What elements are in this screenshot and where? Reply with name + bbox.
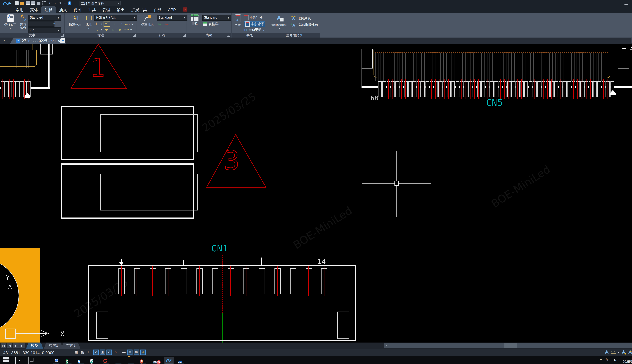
find-icon[interactable]: ⌕ xyxy=(53,21,55,26)
last-layout-icon[interactable]: ▶| xyxy=(19,343,25,348)
dim-slant-icon[interactable]: ⟿ xyxy=(123,27,129,32)
pen-icon[interactable]: ✎ xyxy=(605,358,608,362)
mtext-button[interactable]: 多行文字 ▼ xyxy=(2,14,18,30)
text-find-field[interactable] xyxy=(28,21,54,27)
text-style-combo[interactable]: Standard▼ xyxy=(28,15,61,21)
add-delete-scale-button[interactable]: + 添加/删除比例 xyxy=(290,22,318,28)
first-layout-icon[interactable]: |◀ xyxy=(1,343,6,348)
tab-kuozhan[interactable]: 扩展工具 xyxy=(128,6,150,13)
dim-update-icon[interactable]: ↔₂ xyxy=(124,22,130,26)
boe-chat-icon[interactable]: BOE99 xyxy=(153,357,159,363)
drawing-canvas[interactable]: 2025/03/25 BOE-MiniLed BOE-MiniLed 2025/… xyxy=(0,44,632,342)
doc-list-dropdown-icon[interactable]: ▼ xyxy=(3,39,5,42)
doc-tab-scroll-left-icon[interactable]: ◁ xyxy=(630,38,632,43)
panel-leader-launcher-icon[interactable] xyxy=(183,34,186,37)
horizontal-scrollbar[interactable]: ‹ › xyxy=(384,343,632,348)
tab-shiti[interactable]: 实体 xyxy=(27,6,41,13)
auto-add-scale-icon[interactable]: ⊕ xyxy=(134,350,139,355)
panel-text-launcher-icon[interactable] xyxy=(61,34,64,37)
windows-start-icon[interactable] xyxy=(3,357,9,363)
remove-leader-icon[interactable]: ⮑ₓ xyxy=(164,22,170,26)
dim-adjust-icon[interactable]: ⇻ xyxy=(117,27,122,32)
update-field-button[interactable]: 更新字段 xyxy=(244,15,263,20)
annotation-sync-icon[interactable]: ↺ xyxy=(140,350,146,355)
dim-center-icon[interactable]: ⊙ xyxy=(111,22,117,26)
add-leader-icon[interactable]: ⮑₊ xyxy=(158,22,164,26)
excel-icon[interactable]: X xyxy=(66,357,72,363)
dim-space-icon[interactable]: ⇹ xyxy=(104,27,109,32)
annotation-visibility-bulb-icon[interactable] xyxy=(621,350,626,354)
table-export-button[interactable]: 表格导出 xyxy=(202,22,222,27)
task-view-icon[interactable] xyxy=(28,357,34,363)
redo-icon[interactable]: ↷ xyxy=(58,1,62,5)
tab-zaixian[interactable]: 在线 xyxy=(150,6,165,13)
spellcheck-button[interactable]: A✓ 拼写 检查 xyxy=(19,14,27,30)
dim-break-icon[interactable]: ⇸ xyxy=(110,27,116,32)
linear-dimension-button[interactable]: |↔| 线性 ▼ xyxy=(84,14,93,30)
language-indicator[interactable]: ENG xyxy=(612,358,619,362)
powerpoint-icon[interactable]: P xyxy=(140,357,146,363)
workspace-selector[interactable]: 二维草图与注释 ▼ xyxy=(79,1,121,6)
grid-toggle-icon[interactable]: ▦ xyxy=(74,350,79,355)
tab-changyong[interactable]: 常用 xyxy=(12,6,27,13)
layout-tab-layout1[interactable]: 布局1 xyxy=(44,342,63,349)
tab-charu[interactable]: 插入 xyxy=(56,6,70,13)
drawing-minimize-icon[interactable] xyxy=(622,48,626,49)
tab-app[interactable]: APP+ xyxy=(165,6,182,13)
ortho-toggle-icon[interactable]: ∟ xyxy=(87,350,92,355)
preview-icon[interactable] xyxy=(42,1,46,5)
tab-shuchu[interactable]: 输出 xyxy=(114,6,128,13)
print-icon[interactable] xyxy=(37,2,40,5)
boe-app-icon[interactable]: BOE xyxy=(178,357,184,363)
new-document-tab-button[interactable]: + xyxy=(60,38,65,43)
minimize-button[interactable] xyxy=(624,4,628,4)
scale-list-button[interactable]: 比例列表 xyxy=(290,16,311,21)
annotation-scale-dropdown-icon[interactable]: ▼ xyxy=(618,351,620,354)
drawing-restore-icon[interactable] xyxy=(630,46,632,50)
document-tab-close-icon[interactable]: ✕ xyxy=(58,39,60,43)
hidden-icons-chevron-icon[interactable]: ^ xyxy=(600,358,602,362)
object-snap-toggle-icon[interactable]: ▣ xyxy=(100,350,105,355)
cad-app-active-icon[interactable] xyxy=(166,357,172,363)
panel-table-launcher-icon[interactable] xyxy=(228,34,230,37)
ribbon-collapse-icon[interactable]: ▲ xyxy=(183,8,187,12)
dim-baseline-icon[interactable]: ⊪ xyxy=(94,22,100,26)
table-button[interactable]: 表格 xyxy=(189,14,200,26)
document-tab[interactable]: DWG 27inc...0225.dwg ✕ xyxy=(10,38,66,44)
prev-layout-icon[interactable]: ◀ xyxy=(7,343,12,348)
dim-check-icon[interactable]: ⌐✓ xyxy=(118,22,123,26)
layout-tab-model[interactable]: 模型 xyxy=(26,342,43,349)
calculator-icon[interactable] xyxy=(41,357,47,363)
search-icon[interactable] xyxy=(15,357,21,363)
multileader-button[interactable]: 多重引线 xyxy=(139,14,156,26)
next-layout-icon[interactable]: ▶ xyxy=(13,343,18,348)
chrome-icon[interactable] xyxy=(53,357,59,363)
osnap-tracking-toggle-icon[interactable]: ∠ xyxy=(106,350,112,355)
field-button[interactable]: 字段 xyxy=(233,14,242,27)
messenger-icon[interactable]: ϟ xyxy=(78,357,84,363)
taskbar-clock[interactable]: 10:42 2025/3/25 xyxy=(622,356,632,364)
layout-tab-layout2[interactable]: 布局2 xyxy=(61,342,80,349)
undo-dropdown-icon[interactable]: ▼ xyxy=(54,2,56,4)
new-file-icon[interactable] xyxy=(15,1,18,5)
mleader-style-combo[interactable]: Standard▼ xyxy=(157,15,188,21)
polar-tracking-toggle-icon[interactable]: ⊘ xyxy=(93,350,98,355)
dim-oblique-icon[interactable]: ⊦⁄⊣ xyxy=(131,22,137,26)
field-background-button[interactable]: 字段背景 xyxy=(244,21,266,27)
horizontal-scroll-thumb[interactable] xyxy=(504,343,517,348)
edge-icon[interactable] xyxy=(116,357,121,363)
panel-dimension-launcher-icon[interactable] xyxy=(133,34,136,37)
tab-gongju[interactable]: 工具 xyxy=(84,6,99,13)
dim-jog-icon[interactable]: ∿ xyxy=(94,27,100,32)
annotation-scale-icon[interactable] xyxy=(604,350,609,354)
save-as-icon[interactable] xyxy=(31,1,35,5)
gstarcad-icon[interactable]: G xyxy=(103,357,109,363)
auto-scale-icon[interactable]: ϟ xyxy=(628,350,632,354)
annotation-visibility-icon[interactable]: ≡ xyxy=(127,350,132,355)
quick-dimension-button[interactable]: |↔|ϟ 快速标注 xyxy=(67,14,84,26)
snap-toggle-icon[interactable]: ▩ xyxy=(80,350,85,355)
add-current-scale-button[interactable]: 添加当前比例 ▼ xyxy=(270,14,289,30)
auto-update-button[interactable]: ↻ 自动更新 ▼ xyxy=(244,27,265,32)
redo-dropdown-icon[interactable]: ▼ xyxy=(64,2,66,4)
help-icon[interactable]: ? xyxy=(68,1,71,5)
